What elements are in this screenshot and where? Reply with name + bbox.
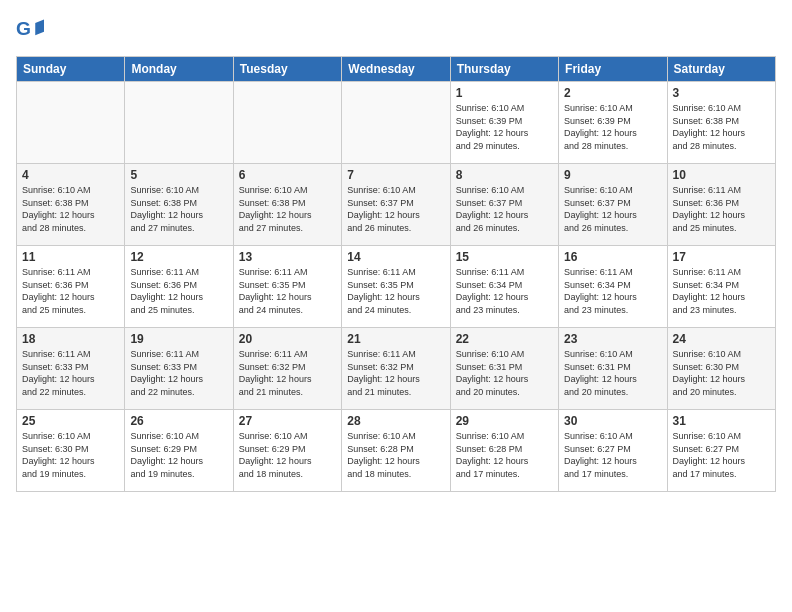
week-row-2: 4Sunrise: 6:10 AM Sunset: 6:38 PM Daylig… bbox=[17, 164, 776, 246]
svg-text:G: G bbox=[16, 18, 31, 39]
day-info: Sunrise: 6:11 AM Sunset: 6:35 PM Dayligh… bbox=[347, 266, 444, 316]
day-info: Sunrise: 6:10 AM Sunset: 6:37 PM Dayligh… bbox=[564, 184, 661, 234]
day-info: Sunrise: 6:11 AM Sunset: 6:36 PM Dayligh… bbox=[22, 266, 119, 316]
calendar-cell: 17Sunrise: 6:11 AM Sunset: 6:34 PM Dayli… bbox=[667, 246, 775, 328]
calendar-cell: 26Sunrise: 6:10 AM Sunset: 6:29 PM Dayli… bbox=[125, 410, 233, 492]
calendar-cell: 7Sunrise: 6:10 AM Sunset: 6:37 PM Daylig… bbox=[342, 164, 450, 246]
day-number: 24 bbox=[673, 332, 770, 346]
day-number: 1 bbox=[456, 86, 553, 100]
calendar-cell bbox=[125, 82, 233, 164]
day-info: Sunrise: 6:10 AM Sunset: 6:38 PM Dayligh… bbox=[239, 184, 336, 234]
svg-marker-1 bbox=[35, 20, 44, 36]
calendar-cell: 10Sunrise: 6:11 AM Sunset: 6:36 PM Dayli… bbox=[667, 164, 775, 246]
day-number: 10 bbox=[673, 168, 770, 182]
weekday-header-friday: Friday bbox=[559, 57, 667, 82]
day-number: 9 bbox=[564, 168, 661, 182]
day-info: Sunrise: 6:10 AM Sunset: 6:27 PM Dayligh… bbox=[673, 430, 770, 480]
calendar-cell: 15Sunrise: 6:11 AM Sunset: 6:34 PM Dayli… bbox=[450, 246, 558, 328]
day-info: Sunrise: 6:10 AM Sunset: 6:37 PM Dayligh… bbox=[456, 184, 553, 234]
day-info: Sunrise: 6:11 AM Sunset: 6:33 PM Dayligh… bbox=[130, 348, 227, 398]
calendar-cell: 24Sunrise: 6:10 AM Sunset: 6:30 PM Dayli… bbox=[667, 328, 775, 410]
day-number: 15 bbox=[456, 250, 553, 264]
day-info: Sunrise: 6:11 AM Sunset: 6:35 PM Dayligh… bbox=[239, 266, 336, 316]
weekday-header-tuesday: Tuesday bbox=[233, 57, 341, 82]
day-number: 8 bbox=[456, 168, 553, 182]
weekday-header-row: SundayMondayTuesdayWednesdayThursdayFrid… bbox=[17, 57, 776, 82]
day-info: Sunrise: 6:10 AM Sunset: 6:38 PM Dayligh… bbox=[130, 184, 227, 234]
day-info: Sunrise: 6:10 AM Sunset: 6:38 PM Dayligh… bbox=[22, 184, 119, 234]
calendar-cell: 11Sunrise: 6:11 AM Sunset: 6:36 PM Dayli… bbox=[17, 246, 125, 328]
day-number: 11 bbox=[22, 250, 119, 264]
week-row-4: 18Sunrise: 6:11 AM Sunset: 6:33 PM Dayli… bbox=[17, 328, 776, 410]
day-number: 17 bbox=[673, 250, 770, 264]
header: G bbox=[16, 16, 776, 44]
calendar-cell: 19Sunrise: 6:11 AM Sunset: 6:33 PM Dayli… bbox=[125, 328, 233, 410]
day-number: 28 bbox=[347, 414, 444, 428]
day-info: Sunrise: 6:10 AM Sunset: 6:31 PM Dayligh… bbox=[456, 348, 553, 398]
day-info: Sunrise: 6:11 AM Sunset: 6:33 PM Dayligh… bbox=[22, 348, 119, 398]
day-info: Sunrise: 6:11 AM Sunset: 6:32 PM Dayligh… bbox=[239, 348, 336, 398]
day-number: 12 bbox=[130, 250, 227, 264]
calendar-cell bbox=[342, 82, 450, 164]
logo: G bbox=[16, 16, 48, 44]
calendar-cell: 1Sunrise: 6:10 AM Sunset: 6:39 PM Daylig… bbox=[450, 82, 558, 164]
weekday-header-thursday: Thursday bbox=[450, 57, 558, 82]
day-number: 2 bbox=[564, 86, 661, 100]
calendar-cell: 27Sunrise: 6:10 AM Sunset: 6:29 PM Dayli… bbox=[233, 410, 341, 492]
weekday-header-monday: Monday bbox=[125, 57, 233, 82]
day-info: Sunrise: 6:10 AM Sunset: 6:30 PM Dayligh… bbox=[673, 348, 770, 398]
day-number: 31 bbox=[673, 414, 770, 428]
day-info: Sunrise: 6:10 AM Sunset: 6:27 PM Dayligh… bbox=[564, 430, 661, 480]
day-info: Sunrise: 6:11 AM Sunset: 6:34 PM Dayligh… bbox=[564, 266, 661, 316]
day-number: 18 bbox=[22, 332, 119, 346]
day-info: Sunrise: 6:11 AM Sunset: 6:34 PM Dayligh… bbox=[673, 266, 770, 316]
weekday-header-saturday: Saturday bbox=[667, 57, 775, 82]
day-number: 4 bbox=[22, 168, 119, 182]
day-number: 16 bbox=[564, 250, 661, 264]
calendar-table: SundayMondayTuesdayWednesdayThursdayFrid… bbox=[16, 56, 776, 492]
calendar-cell: 2Sunrise: 6:10 AM Sunset: 6:39 PM Daylig… bbox=[559, 82, 667, 164]
calendar-cell: 20Sunrise: 6:11 AM Sunset: 6:32 PM Dayli… bbox=[233, 328, 341, 410]
day-number: 22 bbox=[456, 332, 553, 346]
calendar-cell: 3Sunrise: 6:10 AM Sunset: 6:38 PM Daylig… bbox=[667, 82, 775, 164]
day-info: Sunrise: 6:11 AM Sunset: 6:36 PM Dayligh… bbox=[130, 266, 227, 316]
day-number: 21 bbox=[347, 332, 444, 346]
day-info: Sunrise: 6:10 AM Sunset: 6:31 PM Dayligh… bbox=[564, 348, 661, 398]
day-info: Sunrise: 6:11 AM Sunset: 6:32 PM Dayligh… bbox=[347, 348, 444, 398]
weekday-header-sunday: Sunday bbox=[17, 57, 125, 82]
day-info: Sunrise: 6:10 AM Sunset: 6:30 PM Dayligh… bbox=[22, 430, 119, 480]
calendar-cell: 5Sunrise: 6:10 AM Sunset: 6:38 PM Daylig… bbox=[125, 164, 233, 246]
week-row-5: 25Sunrise: 6:10 AM Sunset: 6:30 PM Dayli… bbox=[17, 410, 776, 492]
day-number: 7 bbox=[347, 168, 444, 182]
day-info: Sunrise: 6:10 AM Sunset: 6:39 PM Dayligh… bbox=[456, 102, 553, 152]
week-row-1: 1Sunrise: 6:10 AM Sunset: 6:39 PM Daylig… bbox=[17, 82, 776, 164]
day-info: Sunrise: 6:10 AM Sunset: 6:29 PM Dayligh… bbox=[130, 430, 227, 480]
day-number: 14 bbox=[347, 250, 444, 264]
day-info: Sunrise: 6:10 AM Sunset: 6:38 PM Dayligh… bbox=[673, 102, 770, 152]
day-info: Sunrise: 6:10 AM Sunset: 6:28 PM Dayligh… bbox=[456, 430, 553, 480]
calendar-cell: 18Sunrise: 6:11 AM Sunset: 6:33 PM Dayli… bbox=[17, 328, 125, 410]
logo-icon: G bbox=[16, 16, 44, 44]
day-info: Sunrise: 6:10 AM Sunset: 6:37 PM Dayligh… bbox=[347, 184, 444, 234]
day-number: 6 bbox=[239, 168, 336, 182]
calendar-cell: 23Sunrise: 6:10 AM Sunset: 6:31 PM Dayli… bbox=[559, 328, 667, 410]
calendar-cell: 29Sunrise: 6:10 AM Sunset: 6:28 PM Dayli… bbox=[450, 410, 558, 492]
calendar-cell bbox=[233, 82, 341, 164]
calendar-cell: 9Sunrise: 6:10 AM Sunset: 6:37 PM Daylig… bbox=[559, 164, 667, 246]
day-number: 23 bbox=[564, 332, 661, 346]
day-number: 13 bbox=[239, 250, 336, 264]
week-row-3: 11Sunrise: 6:11 AM Sunset: 6:36 PM Dayli… bbox=[17, 246, 776, 328]
calendar-cell: 25Sunrise: 6:10 AM Sunset: 6:30 PM Dayli… bbox=[17, 410, 125, 492]
day-number: 3 bbox=[673, 86, 770, 100]
calendar-cell: 12Sunrise: 6:11 AM Sunset: 6:36 PM Dayli… bbox=[125, 246, 233, 328]
day-info: Sunrise: 6:10 AM Sunset: 6:39 PM Dayligh… bbox=[564, 102, 661, 152]
calendar-cell: 8Sunrise: 6:10 AM Sunset: 6:37 PM Daylig… bbox=[450, 164, 558, 246]
calendar-cell: 13Sunrise: 6:11 AM Sunset: 6:35 PM Dayli… bbox=[233, 246, 341, 328]
calendar-cell: 6Sunrise: 6:10 AM Sunset: 6:38 PM Daylig… bbox=[233, 164, 341, 246]
calendar-cell: 22Sunrise: 6:10 AM Sunset: 6:31 PM Dayli… bbox=[450, 328, 558, 410]
calendar-cell: 21Sunrise: 6:11 AM Sunset: 6:32 PM Dayli… bbox=[342, 328, 450, 410]
calendar-cell: 31Sunrise: 6:10 AM Sunset: 6:27 PM Dayli… bbox=[667, 410, 775, 492]
day-info: Sunrise: 6:11 AM Sunset: 6:34 PM Dayligh… bbox=[456, 266, 553, 316]
day-number: 30 bbox=[564, 414, 661, 428]
day-number: 29 bbox=[456, 414, 553, 428]
